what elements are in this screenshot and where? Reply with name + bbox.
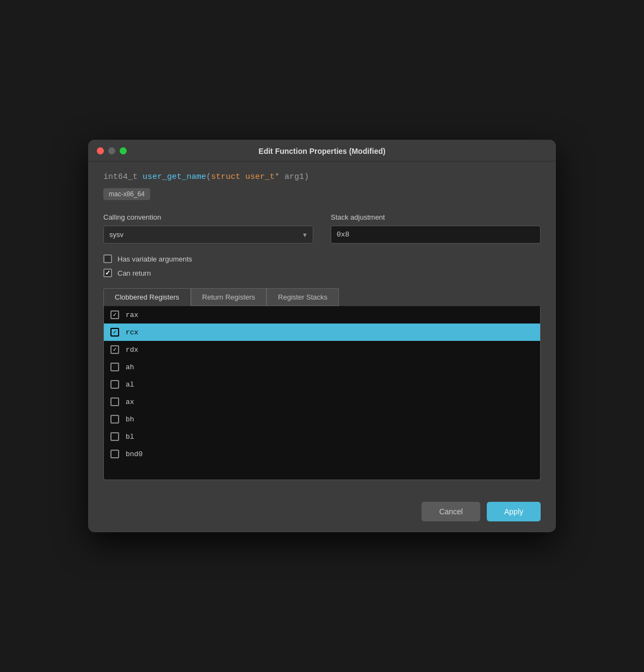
tab-return-registers[interactable]: Return Registers	[191, 288, 267, 306]
register-name-ax: ax	[126, 398, 134, 406]
calling-convention-select-wrapper: sysv cdecl stdcall fastcall thiscall ▼	[103, 226, 313, 244]
register-checkbox-ah[interactable]	[110, 363, 119, 371]
can-return-label: Can return	[117, 269, 151, 277]
register-name-al: al	[126, 381, 134, 389]
check-icon: ✓	[105, 270, 110, 276]
register-name-ah: ah	[126, 363, 134, 371]
register-checkbox-ax[interactable]	[110, 397, 119, 406]
register-checkbox-rcx[interactable]: ✓	[110, 328, 119, 337]
tab-headers: Clobbered Registers Return Registers Reg…	[103, 288, 541, 306]
apply-button[interactable]: Apply	[487, 502, 541, 521]
list-item[interactable]: ✓ rax	[104, 306, 540, 323]
registers-list[interactable]: ✓ rax ✓ rcx ✓ rdx	[103, 306, 541, 480]
register-checkbox-rax[interactable]: ✓	[110, 310, 119, 319]
traffic-lights	[97, 147, 127, 154]
list-item[interactable]: ax	[104, 393, 540, 410]
check-icon: ✓	[113, 312, 117, 318]
register-name-bh: bh	[126, 415, 134, 424]
calling-convention-label: Calling convention	[103, 213, 313, 221]
dialog-content: int64_t user_get_name(struct user_t* arg…	[88, 161, 556, 493]
edit-function-dialog: Edit Function Properties (Modified) int6…	[88, 140, 556, 532]
register-name-bl: bl	[126, 433, 134, 441]
tab-register-stacks[interactable]: Register Stacks	[267, 288, 339, 306]
close-button[interactable]	[97, 147, 104, 154]
can-return-checkbox[interactable]: ✓	[103, 269, 112, 277]
list-item[interactable]: bl	[104, 428, 540, 445]
list-item[interactable]: ah	[104, 358, 540, 376]
has-variable-args-row[interactable]: Has variable arguments	[103, 254, 541, 263]
register-name-rcx: rcx	[126, 328, 138, 337]
maximize-button[interactable]	[120, 147, 127, 154]
register-checkbox-bl[interactable]	[110, 432, 119, 441]
stack-adjustment-label: Stack adjustment	[331, 213, 541, 221]
can-return-row[interactable]: ✓ Can return	[103, 269, 541, 277]
checkboxes-group: Has variable arguments ✓ Can return	[103, 254, 541, 277]
register-name-rax: rax	[126, 311, 138, 319]
register-checkbox-bh[interactable]	[110, 415, 119, 424]
has-variable-args-label: Has variable arguments	[117, 255, 192, 263]
list-item[interactable]: al	[104, 376, 540, 393]
sig-space	[240, 172, 245, 182]
sig-function-name: user_get_name	[143, 172, 206, 182]
check-icon: ✓	[113, 347, 117, 353]
sig-pointer: * arg1)	[275, 172, 309, 182]
register-checkbox-rdx[interactable]: ✓	[110, 345, 119, 354]
sig-struct-keyword: struct	[211, 172, 240, 182]
list-item[interactable]: bnd0	[104, 445, 540, 463]
register-name-rdx: rdx	[126, 346, 138, 354]
register-checkbox-al[interactable]	[110, 380, 119, 389]
registers-tabs: Clobbered Registers Return Registers Reg…	[103, 288, 541, 480]
stack-adjustment-group: Stack adjustment	[331, 213, 541, 244]
minimize-button[interactable]	[108, 147, 115, 154]
tab-clobbered-registers[interactable]: Clobbered Registers	[103, 288, 191, 306]
register-name-bnd0: bnd0	[126, 450, 143, 458]
cancel-button[interactable]: Cancel	[422, 502, 480, 521]
list-item[interactable]: ✓ rcx	[104, 323, 540, 341]
form-row: Calling convention sysv cdecl stdcall fa…	[103, 213, 541, 244]
dialog-footer: Cancel Apply	[88, 493, 556, 532]
list-item[interactable]: bh	[104, 410, 540, 428]
calling-convention-select[interactable]: sysv cdecl stdcall fastcall thiscall	[103, 226, 313, 244]
sig-return-type: int64_t	[103, 172, 143, 182]
sig-struct-type: user_t	[245, 172, 275, 182]
function-signature: int64_t user_get_name(struct user_t* arg…	[103, 172, 541, 182]
dialog-title: Edit Function Properties (Modified)	[258, 147, 385, 155]
sig-open-paren: (	[206, 172, 211, 182]
list-item[interactable]: ✓ rdx	[104, 341, 540, 358]
has-variable-args-checkbox[interactable]	[103, 254, 112, 263]
stack-adjustment-input[interactable]	[331, 226, 541, 244]
platform-badge: mac-x86_64	[103, 188, 150, 200]
titlebar: Edit Function Properties (Modified)	[88, 140, 556, 161]
check-icon: ✓	[113, 329, 117, 335]
calling-convention-group: Calling convention sysv cdecl stdcall fa…	[103, 213, 313, 244]
register-checkbox-bnd0[interactable]	[110, 450, 119, 458]
